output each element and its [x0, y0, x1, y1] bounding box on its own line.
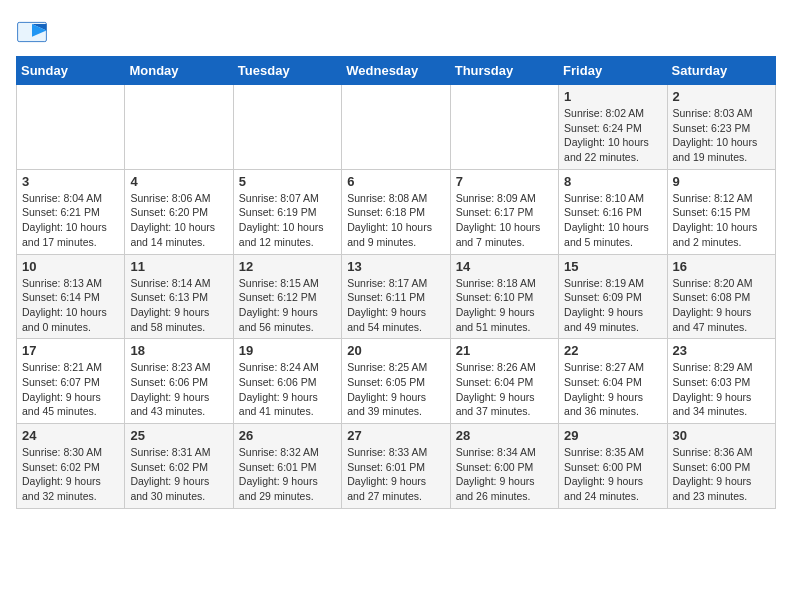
- calendar-cell: [17, 85, 125, 170]
- calendar-cell: [233, 85, 341, 170]
- calendar-week-row: 3Sunrise: 8:04 AM Sunset: 6:21 PM Daylig…: [17, 169, 776, 254]
- calendar-cell: 12Sunrise: 8:15 AM Sunset: 6:12 PM Dayli…: [233, 254, 341, 339]
- day-number: 23: [673, 343, 770, 358]
- day-info: Sunrise: 8:23 AM Sunset: 6:06 PM Dayligh…: [130, 360, 227, 419]
- day-number: 1: [564, 89, 661, 104]
- day-number: 20: [347, 343, 444, 358]
- day-info: Sunrise: 8:26 AM Sunset: 6:04 PM Dayligh…: [456, 360, 553, 419]
- calendar-week-row: 17Sunrise: 8:21 AM Sunset: 6:07 PM Dayli…: [17, 339, 776, 424]
- day-number: 29: [564, 428, 661, 443]
- calendar-cell: 7Sunrise: 8:09 AM Sunset: 6:17 PM Daylig…: [450, 169, 558, 254]
- calendar-cell: 9Sunrise: 8:12 AM Sunset: 6:15 PM Daylig…: [667, 169, 775, 254]
- day-number: 10: [22, 259, 119, 274]
- calendar-cell: 22Sunrise: 8:27 AM Sunset: 6:04 PM Dayli…: [559, 339, 667, 424]
- day-info: Sunrise: 8:24 AM Sunset: 6:06 PM Dayligh…: [239, 360, 336, 419]
- day-info: Sunrise: 8:15 AM Sunset: 6:12 PM Dayligh…: [239, 276, 336, 335]
- calendar-cell: 11Sunrise: 8:14 AM Sunset: 6:13 PM Dayli…: [125, 254, 233, 339]
- calendar-cell: [450, 85, 558, 170]
- day-number: 14: [456, 259, 553, 274]
- calendar-cell: 28Sunrise: 8:34 AM Sunset: 6:00 PM Dayli…: [450, 424, 558, 509]
- day-info: Sunrise: 8:12 AM Sunset: 6:15 PM Dayligh…: [673, 191, 770, 250]
- calendar-cell: 24Sunrise: 8:30 AM Sunset: 6:02 PM Dayli…: [17, 424, 125, 509]
- day-number: 4: [130, 174, 227, 189]
- calendar-cell: 8Sunrise: 8:10 AM Sunset: 6:16 PM Daylig…: [559, 169, 667, 254]
- calendar-cell: 17Sunrise: 8:21 AM Sunset: 6:07 PM Dayli…: [17, 339, 125, 424]
- calendar-cell: 5Sunrise: 8:07 AM Sunset: 6:19 PM Daylig…: [233, 169, 341, 254]
- day-number: 24: [22, 428, 119, 443]
- calendar-cell: 14Sunrise: 8:18 AM Sunset: 6:10 PM Dayli…: [450, 254, 558, 339]
- day-info: Sunrise: 8:17 AM Sunset: 6:11 PM Dayligh…: [347, 276, 444, 335]
- day-number: 8: [564, 174, 661, 189]
- day-info: Sunrise: 8:04 AM Sunset: 6:21 PM Dayligh…: [22, 191, 119, 250]
- day-number: 28: [456, 428, 553, 443]
- calendar-week-row: 24Sunrise: 8:30 AM Sunset: 6:02 PM Dayli…: [17, 424, 776, 509]
- header-sunday: Sunday: [17, 57, 125, 85]
- calendar-cell: 1Sunrise: 8:02 AM Sunset: 6:24 PM Daylig…: [559, 85, 667, 170]
- calendar-cell: 16Sunrise: 8:20 AM Sunset: 6:08 PM Dayli…: [667, 254, 775, 339]
- day-number: 18: [130, 343, 227, 358]
- day-info: Sunrise: 8:03 AM Sunset: 6:23 PM Dayligh…: [673, 106, 770, 165]
- calendar-cell: 3Sunrise: 8:04 AM Sunset: 6:21 PM Daylig…: [17, 169, 125, 254]
- day-info: Sunrise: 8:25 AM Sunset: 6:05 PM Dayligh…: [347, 360, 444, 419]
- header-tuesday: Tuesday: [233, 57, 341, 85]
- day-number: 3: [22, 174, 119, 189]
- day-info: Sunrise: 8:06 AM Sunset: 6:20 PM Dayligh…: [130, 191, 227, 250]
- day-number: 30: [673, 428, 770, 443]
- logo: [16, 16, 52, 48]
- day-number: 5: [239, 174, 336, 189]
- day-info: Sunrise: 8:35 AM Sunset: 6:00 PM Dayligh…: [564, 445, 661, 504]
- header-friday: Friday: [559, 57, 667, 85]
- calendar-cell: 6Sunrise: 8:08 AM Sunset: 6:18 PM Daylig…: [342, 169, 450, 254]
- day-info: Sunrise: 8:18 AM Sunset: 6:10 PM Dayligh…: [456, 276, 553, 335]
- day-info: Sunrise: 8:20 AM Sunset: 6:08 PM Dayligh…: [673, 276, 770, 335]
- day-info: Sunrise: 8:13 AM Sunset: 6:14 PM Dayligh…: [22, 276, 119, 335]
- day-number: 11: [130, 259, 227, 274]
- calendar-cell: 23Sunrise: 8:29 AM Sunset: 6:03 PM Dayli…: [667, 339, 775, 424]
- day-info: Sunrise: 8:21 AM Sunset: 6:07 PM Dayligh…: [22, 360, 119, 419]
- day-info: Sunrise: 8:31 AM Sunset: 6:02 PM Dayligh…: [130, 445, 227, 504]
- calendar-week-row: 1Sunrise: 8:02 AM Sunset: 6:24 PM Daylig…: [17, 85, 776, 170]
- day-info: Sunrise: 8:19 AM Sunset: 6:09 PM Dayligh…: [564, 276, 661, 335]
- day-number: 15: [564, 259, 661, 274]
- calendar-cell: 15Sunrise: 8:19 AM Sunset: 6:09 PM Dayli…: [559, 254, 667, 339]
- day-number: 26: [239, 428, 336, 443]
- day-info: Sunrise: 8:07 AM Sunset: 6:19 PM Dayligh…: [239, 191, 336, 250]
- day-info: Sunrise: 8:30 AM Sunset: 6:02 PM Dayligh…: [22, 445, 119, 504]
- header-saturday: Saturday: [667, 57, 775, 85]
- calendar-cell: 18Sunrise: 8:23 AM Sunset: 6:06 PM Dayli…: [125, 339, 233, 424]
- day-number: 22: [564, 343, 661, 358]
- calendar-cell: 25Sunrise: 8:31 AM Sunset: 6:02 PM Dayli…: [125, 424, 233, 509]
- calendar-cell: 19Sunrise: 8:24 AM Sunset: 6:06 PM Dayli…: [233, 339, 341, 424]
- day-number: 19: [239, 343, 336, 358]
- day-info: Sunrise: 8:09 AM Sunset: 6:17 PM Dayligh…: [456, 191, 553, 250]
- day-info: Sunrise: 8:29 AM Sunset: 6:03 PM Dayligh…: [673, 360, 770, 419]
- day-info: Sunrise: 8:10 AM Sunset: 6:16 PM Dayligh…: [564, 191, 661, 250]
- day-info: Sunrise: 8:27 AM Sunset: 6:04 PM Dayligh…: [564, 360, 661, 419]
- calendar-cell: 4Sunrise: 8:06 AM Sunset: 6:20 PM Daylig…: [125, 169, 233, 254]
- calendar-cell: 10Sunrise: 8:13 AM Sunset: 6:14 PM Dayli…: [17, 254, 125, 339]
- calendar-cell: 29Sunrise: 8:35 AM Sunset: 6:00 PM Dayli…: [559, 424, 667, 509]
- day-info: Sunrise: 8:02 AM Sunset: 6:24 PM Dayligh…: [564, 106, 661, 165]
- day-number: 16: [673, 259, 770, 274]
- day-info: Sunrise: 8:34 AM Sunset: 6:00 PM Dayligh…: [456, 445, 553, 504]
- day-number: 9: [673, 174, 770, 189]
- header-wednesday: Wednesday: [342, 57, 450, 85]
- logo-icon: [16, 16, 48, 48]
- day-number: 2: [673, 89, 770, 104]
- day-info: Sunrise: 8:33 AM Sunset: 6:01 PM Dayligh…: [347, 445, 444, 504]
- day-info: Sunrise: 8:14 AM Sunset: 6:13 PM Dayligh…: [130, 276, 227, 335]
- day-number: 17: [22, 343, 119, 358]
- calendar-cell: [125, 85, 233, 170]
- calendar-cell: 26Sunrise: 8:32 AM Sunset: 6:01 PM Dayli…: [233, 424, 341, 509]
- calendar-header-row: SundayMondayTuesdayWednesdayThursdayFrid…: [17, 57, 776, 85]
- day-info: Sunrise: 8:32 AM Sunset: 6:01 PM Dayligh…: [239, 445, 336, 504]
- day-info: Sunrise: 8:36 AM Sunset: 6:00 PM Dayligh…: [673, 445, 770, 504]
- day-number: 25: [130, 428, 227, 443]
- calendar-cell: [342, 85, 450, 170]
- calendar-cell: 13Sunrise: 8:17 AM Sunset: 6:11 PM Dayli…: [342, 254, 450, 339]
- calendar-cell: 2Sunrise: 8:03 AM Sunset: 6:23 PM Daylig…: [667, 85, 775, 170]
- day-number: 7: [456, 174, 553, 189]
- calendar-table: SundayMondayTuesdayWednesdayThursdayFrid…: [16, 56, 776, 509]
- page-header: [16, 16, 776, 48]
- day-number: 6: [347, 174, 444, 189]
